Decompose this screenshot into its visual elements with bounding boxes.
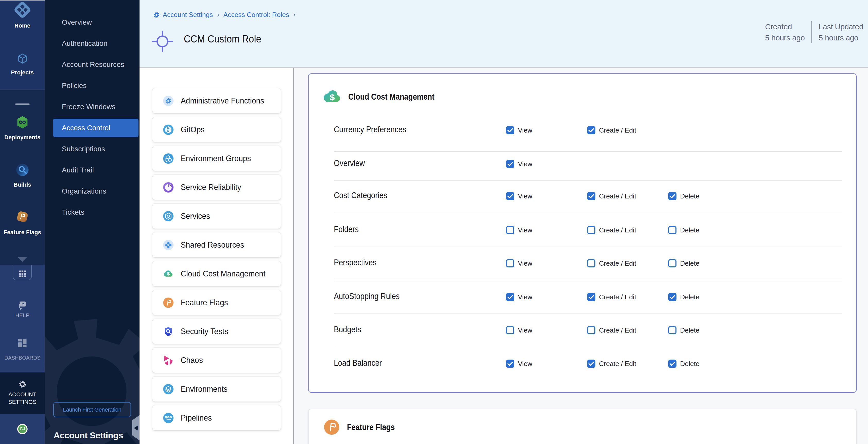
svg-text:$: $ <box>330 93 335 102</box>
svg-text:$: $ <box>167 271 170 277</box>
svg-text:?: ? <box>22 302 24 306</box>
